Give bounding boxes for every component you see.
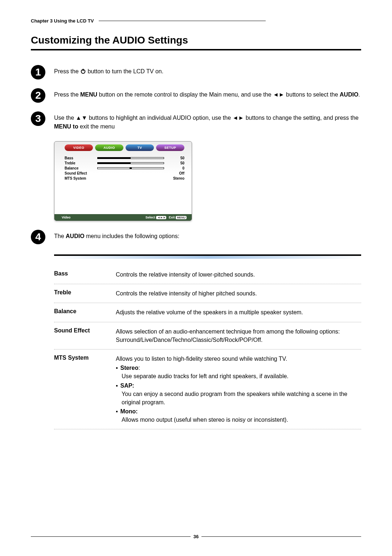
mts-stereo-body: Use separate audio tracks for left and r… [122, 372, 361, 380]
t: exit the menu [78, 123, 115, 130]
table-rule-gradient [54, 256, 361, 259]
t: . [358, 91, 360, 98]
mts-mono: ▪ Mono:Allows mono output (useful when s… [116, 407, 361, 424]
osd-list: Bass 50 Treble 50 Balance 0 Sound Effect… [54, 155, 192, 214]
page-title: Customizing the AUDIO Settings [31, 34, 361, 46]
osd-row-balance: Balance 0 [65, 166, 184, 170]
mts-stereo-head: Stereo [120, 365, 138, 371]
osd-label: Sound Effect [65, 171, 97, 175]
step-number-2: 2 [31, 88, 45, 103]
t: button on the remote control to display … [97, 91, 340, 98]
option-row-balance: Balance Adjusts the relative volume of t… [54, 303, 361, 322]
osd-value: Off [168, 171, 184, 175]
osd-footer-right: Select◄►/♦ ExitMENU [146, 216, 187, 219]
step-2-text: Press the MENU button on the remote cont… [54, 90, 360, 99]
mts-sap-body: You can enjoy a second audio program fro… [122, 390, 361, 406]
osd-select-label: Select [146, 216, 155, 219]
step-number-4: 4 [31, 230, 45, 244]
osd-tabs: VIDEO AUDIO TV SETUP [54, 142, 192, 155]
mts-stereo: ▪ Stereo:Use separate audio tracks for l… [116, 364, 361, 380]
option-row-sound-effect: Sound Effect Allows selection of an audi… [54, 322, 361, 349]
option-desc: Allows you to listen to high-fidelity st… [116, 355, 361, 424]
option-label: Bass [54, 270, 116, 279]
osd-tab-audio: AUDIO [95, 144, 123, 151]
osd-value: Stereo [168, 176, 184, 180]
chapter-header: Chapter 3 Using the LCD TV [31, 18, 361, 24]
audio-bold: AUDIO [340, 91, 359, 98]
step-1-text: Press the button to turn the LCD TV on. [54, 66, 163, 76]
mts-list: ▪ Stereo:Use separate audio tracks for l… [116, 364, 361, 424]
title-rule [31, 49, 361, 50]
osd-exit-label: Exit [169, 216, 175, 219]
page-footer: 36 [31, 534, 361, 539]
option-label: Balance [54, 308, 116, 316]
audio-bold: AUDIO [66, 233, 85, 239]
osd-bar [97, 162, 164, 164]
mts-intro: Allows you to listen to high-fidelity st… [116, 356, 287, 362]
osd-footer: Video Select◄►/♦ ExitMENU [54, 214, 192, 221]
osd-value: 0 [168, 166, 184, 170]
t: menu includes the following options: [85, 233, 180, 239]
osd-select-badge: ◄►/♦ [156, 216, 166, 219]
osd-label: Bass [65, 156, 97, 160]
menu-bold: MENU [80, 91, 97, 98]
osd-row-mts: MTS System Stereo [65, 176, 184, 180]
osd-exit-badge: MENU [176, 216, 187, 219]
step-4: 4 The AUDIO menu includes the following … [31, 231, 361, 244]
step-number-3: 3 [31, 111, 45, 126]
step-1-text-b: button to turn the LCD TV on. [86, 68, 163, 74]
options-table: Bass Controls the relative intensity of … [54, 254, 361, 429]
osd-row-bass: Bass 50 [65, 156, 184, 160]
mts-sap: ▪ SAP:You can enjoy a second audio progr… [116, 381, 361, 407]
page-number: 36 [191, 534, 201, 539]
step-2: 2 Press the MENU button on the remote co… [31, 90, 361, 103]
osd-tab-tv: TV [126, 144, 154, 151]
dotted-rule [54, 429, 361, 429]
power-icon [80, 68, 86, 74]
osd-tab-setup: SETUP [156, 144, 184, 151]
osd-label: Treble [65, 161, 97, 165]
osd-row-sound-effect: Sound Effect Off [65, 171, 184, 175]
option-row-treble: Treble Controls the relative intensity o… [54, 284, 361, 303]
osd-label: Balance [65, 166, 97, 170]
option-desc: Controls the relative intensity of lower… [116, 270, 361, 279]
option-row-bass: Bass Controls the relative intensity of … [54, 265, 361, 284]
option-desc: Controls the relative intensity of highe… [116, 289, 361, 298]
title-block: Customizing the AUDIO Settings [31, 34, 361, 50]
t: Use the ▲▼ buttons to highlight an indiv… [54, 115, 359, 121]
osd-bar [97, 157, 164, 159]
step-3-text: Use the ▲▼ buttons to highlight an indiv… [54, 113, 361, 131]
footer-line-right [201, 536, 361, 537]
t: Press the [54, 91, 80, 98]
chapter-header-text: Chapter 3 Using the LCD TV [31, 18, 94, 24]
osd-row-treble: Treble 50 [65, 161, 184, 165]
osd-tab-video: VIDEO [65, 144, 93, 151]
header-rule [99, 21, 266, 21]
osd-value: 50 [168, 161, 184, 165]
option-label: MTS System [54, 355, 116, 424]
option-desc: Adjusts the relative volume of the speak… [116, 308, 361, 316]
osd-footer-left: Video [62, 216, 70, 219]
footer-line-left [31, 536, 191, 537]
menu-to-bold: MENU to [54, 123, 78, 130]
option-row-mts: MTS System Allows you to listen to high-… [54, 349, 361, 429]
osd-menu-screenshot: VIDEO AUDIO TV SETUP Bass 50 Treble 50 B… [54, 141, 192, 221]
osd-value: 50 [168, 156, 184, 160]
step-1: 1 Press the button to turn the LCD TV on… [31, 66, 361, 79]
t: The [54, 233, 66, 239]
mts-mono-body: Allows mono output (useful when stereo i… [122, 416, 361, 424]
osd-label: MTS System [65, 176, 97, 180]
option-desc: Allows selection of an audio-enhancement… [116, 327, 361, 344]
option-label: Treble [54, 289, 116, 298]
osd-bar [97, 167, 164, 169]
mts-sap-head: SAP: [120, 383, 134, 389]
step-4-text: The AUDIO menu includes the following op… [54, 231, 179, 241]
step-number-1: 1 [31, 65, 45, 79]
step-1-text-a: Press the [54, 68, 80, 74]
option-label: Sound Effect [54, 327, 116, 344]
step-3: 3 Use the ▲▼ buttons to highlight an ind… [31, 113, 361, 131]
mts-mono-head: Mono: [120, 408, 138, 414]
